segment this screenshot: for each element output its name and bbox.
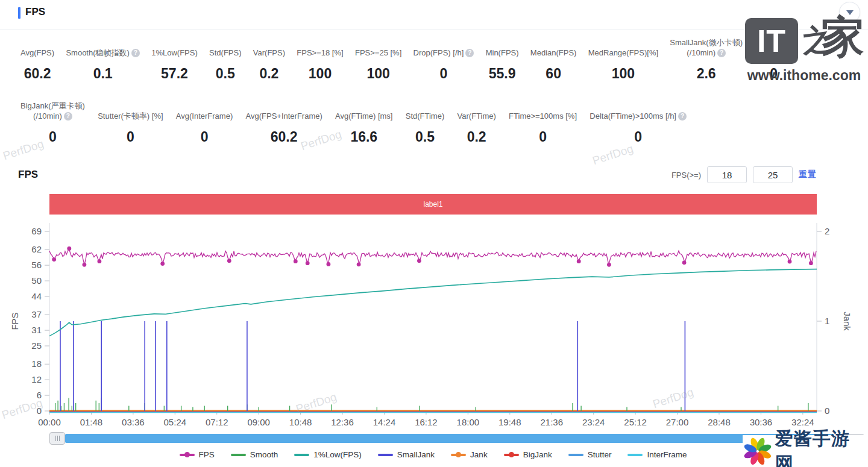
stat-stutter: Stutter(卡顿率) [%]0 bbox=[98, 111, 163, 145]
stat-value: 57.2 bbox=[161, 66, 188, 82]
scrollbar-track[interactable] bbox=[65, 434, 834, 443]
stat-value: 100 bbox=[309, 66, 332, 82]
svg-text:62: 62 bbox=[31, 244, 42, 254]
stat-smooth: Smooth(稳帧指数)?0.1 bbox=[66, 48, 139, 82]
legend-marker bbox=[568, 451, 583, 459]
stat-value: 60.2 bbox=[271, 129, 298, 145]
fps-chart: 696256504437312518126021000:0001:4803:36… bbox=[0, 218, 868, 440]
stat-label: FTime>=100ms [%] bbox=[509, 111, 577, 121]
svg-text:Jank: Jank bbox=[842, 312, 852, 331]
stat-label: Std(FPS) bbox=[209, 48, 241, 58]
stat-label: 1%Low(FPS) bbox=[151, 48, 198, 58]
svg-text:FPS: FPS bbox=[10, 312, 20, 330]
svg-text:10:48: 10:48 bbox=[289, 417, 312, 427]
fps-threshold-label: FPS(>=) bbox=[671, 171, 701, 180]
perfdog-watermark: PerfDog bbox=[591, 142, 635, 168]
header-title: FPS bbox=[25, 6, 45, 18]
svg-text:2: 2 bbox=[825, 226, 829, 236]
stat-label: Var(FTime) bbox=[458, 111, 496, 121]
svg-text:0: 0 bbox=[825, 406, 829, 416]
stat-label: Var(FPS) bbox=[253, 48, 285, 58]
legend-item-bigjank[interactable]: BigJank bbox=[504, 450, 552, 459]
fps-threshold-input-low[interactable] bbox=[707, 166, 747, 183]
legend-marker bbox=[627, 451, 643, 459]
legend-label: InterFrame bbox=[647, 450, 687, 459]
svg-text:56: 56 bbox=[31, 260, 42, 270]
help-icon[interactable]: ? bbox=[131, 49, 140, 57]
stat-label: FPS>=25 [%] bbox=[355, 48, 401, 58]
legend-item-smalljank[interactable]: SmallJank bbox=[378, 450, 435, 459]
svg-text:44: 44 bbox=[31, 291, 42, 301]
banner-text: label1 bbox=[423, 200, 442, 208]
stat-value: 0 bbox=[49, 129, 57, 145]
svg-text:21:36: 21:36 bbox=[540, 417, 563, 427]
svg-text:18:00: 18:00 bbox=[457, 417, 480, 427]
help-icon[interactable]: ? bbox=[785, 49, 793, 57]
legend-marker bbox=[180, 451, 195, 459]
aijiang-text: 爱酱手游网 bbox=[775, 427, 868, 467]
legend-marker bbox=[451, 451, 466, 459]
help-icon[interactable]: ? bbox=[465, 49, 474, 57]
legend-label: Jank bbox=[470, 450, 488, 459]
stat-smalljank: SmallJank(微小卡顿)(/10min)?2.6 bbox=[670, 37, 743, 82]
stat-label: FPS>=18 [%] bbox=[297, 48, 343, 58]
stat-label: Delta(FTime)>100ms [/h]? bbox=[590, 111, 687, 121]
help-icon[interactable]: ? bbox=[64, 112, 72, 121]
legend-item-fps[interactable]: FPS bbox=[180, 450, 215, 459]
stat-label: Jank(卡顿) bbox=[755, 37, 793, 48]
svg-text:19:48: 19:48 bbox=[498, 417, 521, 427]
stat-drop-fps: Drop(FPS) [/h]?0 bbox=[414, 48, 474, 82]
stat-label: Min(FPS) bbox=[486, 48, 519, 58]
legend-item-low1[interactable]: 1%Low(FPS) bbox=[294, 450, 362, 459]
svg-text:12: 12 bbox=[31, 374, 42, 384]
svg-text:0: 0 bbox=[37, 406, 42, 416]
svg-text:03:36: 03:36 bbox=[122, 417, 145, 427]
stat-label: Stutter(卡顿率) [%] bbox=[98, 111, 163, 121]
legend-item-stutter[interactable]: Stutter bbox=[568, 450, 612, 459]
legend-item-smooth[interactable]: Smooth bbox=[231, 450, 278, 459]
legend-label: Stutter bbox=[588, 450, 612, 459]
svg-text:50: 50 bbox=[31, 275, 42, 286]
section-header: FPS bbox=[0, 0, 868, 30]
stat-var-ftime: Var(FTime)0.2 bbox=[458, 111, 496, 145]
stat-label: Smooth(稳帧指数)? bbox=[66, 48, 139, 58]
stat-value: 60.2 bbox=[24, 66, 51, 82]
stat-value: 0 bbox=[127, 129, 134, 145]
stat-median-fps: Median(FPS)60 bbox=[530, 48, 577, 82]
svg-text:23:24: 23:24 bbox=[582, 417, 605, 427]
svg-text:25: 25 bbox=[31, 340, 42, 351]
stats-row-secondary: BigJank(严重卡顿)(/10min)?0Stutter(卡顿率) [%]0… bbox=[20, 101, 687, 145]
legend-label: 1%Low(FPS) bbox=[313, 450, 362, 459]
reset-link[interactable]: 重置 bbox=[799, 169, 817, 180]
stat-value: 0 bbox=[539, 129, 547, 145]
stat-value: 100 bbox=[366, 66, 389, 82]
svg-text:31: 31 bbox=[31, 325, 42, 335]
svg-text:6: 6 bbox=[37, 390, 42, 400]
help-icon[interactable]: ? bbox=[717, 49, 726, 57]
legend-label: FPS bbox=[199, 450, 215, 459]
fps-threshold-controls: FPS(>=) 重置 bbox=[671, 166, 817, 183]
help-icon[interactable]: ? bbox=[678, 112, 687, 121]
stat-fps-ge-25: FPS>=25 [%]100 bbox=[355, 48, 401, 82]
stat-label: Std(FTime) bbox=[406, 111, 445, 121]
fps-threshold-input-high[interactable] bbox=[753, 166, 793, 183]
stat-label: BigJank(严重卡顿) bbox=[20, 101, 85, 111]
stat-ftime-ge-100ms: FTime>=100ms [%]0 bbox=[509, 111, 577, 145]
svg-text:18: 18 bbox=[31, 359, 42, 369]
stat-label: Avg(FTime) [ms] bbox=[335, 111, 392, 121]
stat-value: 16.6 bbox=[350, 129, 377, 145]
svg-text:1: 1 bbox=[825, 316, 829, 326]
scrollbar-left-handle[interactable] bbox=[49, 432, 65, 445]
stat-label: Drop(FPS) [/h]? bbox=[414, 48, 474, 58]
legend-label: SmallJank bbox=[397, 450, 435, 459]
collapse-button[interactable] bbox=[839, 2, 860, 23]
svg-text:32:24: 32:24 bbox=[791, 417, 814, 427]
stat-label: Avg(FPS+InterFrame) bbox=[246, 111, 322, 121]
stat-avg-fps: Avg(FPS)60.2 bbox=[20, 48, 54, 82]
stat-bigjank: BigJank(严重卡顿)(/10min)?0 bbox=[20, 101, 85, 145]
svg-text:01:48: 01:48 bbox=[80, 417, 103, 427]
legend-item-jank[interactable]: Jank bbox=[451, 450, 488, 459]
stat-label: Avg(FPS) bbox=[20, 48, 54, 58]
legend-item-interframe[interactable]: InterFrame bbox=[627, 450, 687, 459]
stat-low1-fps: 1%Low(FPS)57.2 bbox=[151, 48, 198, 82]
